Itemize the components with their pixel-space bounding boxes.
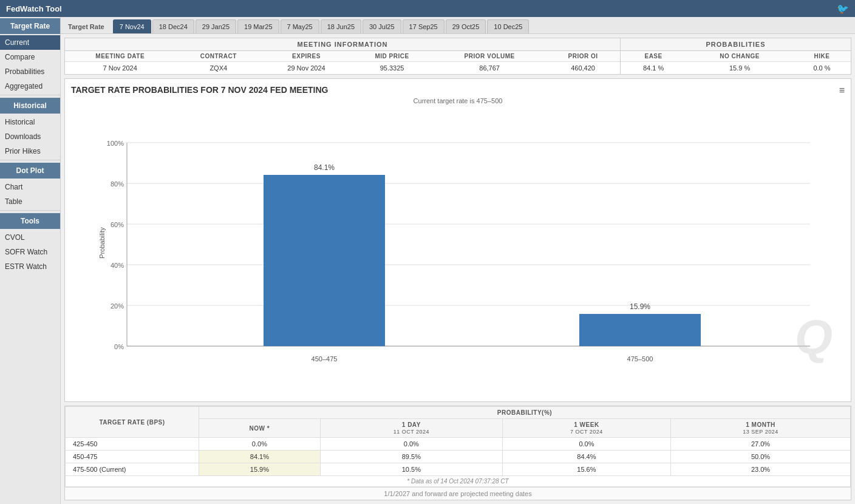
col-now: NOW * [199,419,321,438]
cell-hike: 0.0 % [793,62,851,75]
bar-chart-svg: 0% 20% 40% 60% 80% 100% Probability [71,109,845,364]
y-tick-20: 20% [111,302,124,310]
sidebar-item-prior-hikes[interactable]: Prior Hikes [0,144,60,158]
twitter-icon: 🐦 [837,3,849,15]
sidebar-item-estr-watch[interactable]: ESTR Watch [0,259,60,274]
y-tick-100: 100% [107,140,124,147]
cell-meeting-date: 7 Nov 2024 [65,62,175,75]
cell-1m-475-500: 23.0% [671,463,851,476]
tab-18dec24[interactable]: 18 Dec24 [152,19,194,33]
cell-rate-475-500: 475-500 (Current) [66,463,199,476]
cell-contract: ZQX4 [175,62,262,75]
meeting-info-section: MEETING INFORMATION MEETING DATE CONTRAC… [65,38,620,74]
y-axis-label: Probability [98,227,106,259]
sidebar-item-aggregated[interactable]: Aggregated [0,79,60,94]
app-title: FedWatch Tool [6,4,62,13]
sidebar-divider-3 [0,210,60,211]
col-prior-oi: PRIOR OI [546,51,620,62]
historical-section-btn[interactable]: Historical [0,98,60,114]
tab-29oct25[interactable]: 29 Oct25 [446,19,486,33]
bottom-panel: TARGET RATE (BPS) PROBABILITY(%) NOW * 1… [64,406,851,500]
col-ease: EASE [621,51,686,62]
chart-subtitle: Current target rate is 475–500 [71,97,845,104]
tools-section-btn[interactable]: Tools [0,213,60,229]
sidebar-item-cvol[interactable]: CVOL [0,230,60,245]
cell-now-425-450: 0.0% [199,438,321,451]
tab-10dec25[interactable]: 10 Dec25 [487,19,529,33]
tab-30jul25[interactable]: 30 Jul25 [363,19,401,33]
dot-plot-section-btn[interactable]: Dot Plot [0,163,60,179]
meeting-panel: MEETING INFORMATION MEETING DATE CONTRAC… [64,38,851,75]
sidebar-item-chart[interactable]: Chart [0,180,60,194]
sidebar-divider-1 [0,95,60,95]
cell-no-change: 15.9 % [686,62,793,75]
cell-1d-425-450: 0.0% [320,438,502,451]
footnote: * Data as of 14 Oct 2024 07:37:28 CT [66,476,851,487]
cell-1w-450-475: 84.4% [502,451,670,463]
cell-rate-450-475: 450-475 [66,451,199,463]
col-one-week: 1 WEEK 7 OCT 2024 [502,419,670,438]
table-row: 425-450 0.0% 0.0% 0.0% 27.0% [66,438,851,451]
col-prior-volume: PRIOR VOLUME [433,51,546,62]
bar-475-500 [579,314,701,346]
bottom-footer: 1/1/2027 and forward are projected meeti… [65,487,851,500]
target-rate-section-btn[interactable]: Target Rate [0,18,60,34]
cell-expires: 29 Nov 2024 [262,62,351,75]
sidebar-item-historical[interactable]: Historical [0,115,60,129]
chart-title: TARGET RATE PROBABILITIES FOR 7 NOV 2024… [71,85,845,95]
cell-ease: 84.1 % [621,62,686,75]
tab-17sep25[interactable]: 17 Sep25 [403,19,445,33]
meeting-info-title: MEETING INFORMATION [65,38,620,51]
col-mid-price: MID PRICE [351,51,433,62]
hamburger-menu-icon[interactable]: ≡ [839,85,845,96]
col-expires: EXPIRES [262,51,351,62]
cell-prior-volume: 86,767 [433,62,546,75]
tab-19mar25[interactable]: 19 Mar25 [237,19,279,33]
sidebar-divider-2 [0,160,60,160]
tab-29jan25[interactable]: 29 Jan25 [196,19,236,33]
x-tick-450-475: 450–475 [312,355,338,363]
col-contract: CONTRACT [175,51,262,62]
col-one-day: 1 DAY 11 OCT 2024 [320,419,502,438]
meeting-table: MEETING DATE CONTRACT EXPIRES MID PRICE … [65,51,620,74]
target-rate-tab-label: Target Rate [63,21,109,33]
cell-1d-475-500: 10.5% [320,463,502,476]
y-tick-0: 0% [114,343,124,350]
tab-7nov24[interactable]: 7 Nov24 [113,19,151,33]
probabilities-section: PROBABILITIES EASE NO CHANGE HIKE [620,38,851,74]
col-target-rate: TARGET RATE (BPS) [66,407,199,438]
y-tick-60: 60% [111,221,124,228]
bar-label-475-500: 15.9% [630,302,650,311]
sidebar-item-compare[interactable]: Compare [0,50,60,64]
sidebar-item-table[interactable]: Table [0,194,60,209]
prob-data-row: 84.1 % 15.9 % 0.0 % [621,62,851,75]
col-hike: HIKE [793,51,851,62]
table-row: 475-500 (Current) 15.9% 10.5% 15.6% 23.0… [66,463,851,476]
col-no-change: NO CHANGE [686,51,793,62]
y-tick-80: 80% [111,180,124,188]
footnote-row: * Data as of 14 Oct 2024 07:37:28 CT [66,476,851,487]
y-tick-40: 40% [111,262,124,269]
cell-1d-450-475: 89.5% [320,451,502,463]
tab-18jun25[interactable]: 18 Jun25 [321,19,361,33]
sidebar-item-current[interactable]: Current [0,35,60,50]
col-meeting-date: MEETING DATE [65,51,175,62]
sidebar-item-probabilities[interactable]: Probabilities [0,64,60,79]
cell-now-450-475: 84.1% [199,451,321,463]
sidebar: Target Rate Current Compare Probabilitie… [0,17,61,504]
col-one-month: 1 MONTH 13 SEP 2024 [671,419,851,438]
prob-table: EASE NO CHANGE HIKE 84.1 % 15.9 % 0.0 % [621,51,851,74]
cell-rate-425-450: 425-450 [66,438,199,451]
bar-label-450-475: 84.1% [314,163,335,172]
col-probability: PROBABILITY(%) [199,407,851,419]
content-area: Target Rate 7 Nov24 18 Dec24 29 Jan25 19… [61,17,855,504]
tab-7may25[interactable]: 7 May25 [281,19,319,33]
cell-1m-450-475: 50.0% [671,451,851,463]
meeting-data-row: 7 Nov 2024 ZQX4 29 Nov 2024 95.3325 86,7… [65,62,620,75]
sidebar-item-downloads[interactable]: Downloads [0,129,60,144]
probabilities-title: PROBABILITIES [621,38,851,51]
main-content: MEETING INFORMATION MEETING DATE CONTRAC… [61,34,855,504]
sidebar-item-sofr-watch[interactable]: SOFR Watch [0,245,60,259]
cell-1m-425-450: 27.0% [671,438,851,451]
cell-1w-425-450: 0.0% [502,438,670,451]
